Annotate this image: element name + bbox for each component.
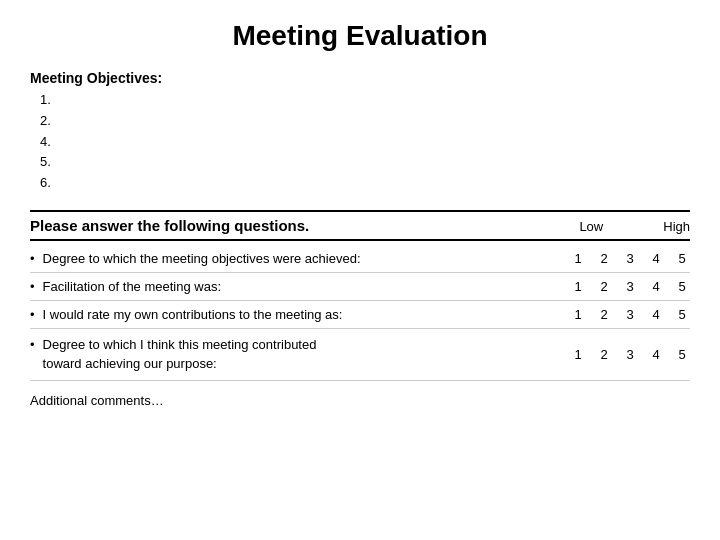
scale-3: 3 [622, 279, 638, 294]
scale-2: 2 [596, 307, 612, 322]
scale-1: 1 [570, 347, 586, 362]
bullet-icon: • [30, 279, 35, 294]
list-item: 2. [40, 111, 690, 132]
objectives-list: 1. 2. 4. 5. 6. [30, 90, 690, 194]
question-row: • Degree to which I think this meeting c… [30, 329, 690, 381]
objectives-section: Meeting Objectives: 1. 2. 4. 5. 6. [30, 70, 690, 194]
question-row: • I would rate my own contributions to t… [30, 301, 690, 329]
question-text: Facilitation of the meeting was: [43, 279, 560, 294]
question-line1: Degree to which I think this meeting con… [43, 337, 317, 352]
bullet-icon: • [30, 307, 35, 322]
scale-4: 4 [648, 347, 664, 362]
question-text: I would rate my own contributions to the… [43, 307, 560, 322]
question-text: Degree to which the meeting objectives w… [43, 251, 560, 266]
list-item: 4. [40, 132, 690, 153]
list-item: 6. [40, 173, 690, 194]
question-row: • Facilitation of the meeting was: 1 2 3… [30, 273, 690, 301]
question-row: • Degree to which the meeting objectives… [30, 245, 690, 273]
scale-5: 5 [674, 307, 690, 322]
list-item: 1. [40, 90, 690, 111]
page-title: Meeting Evaluation [30, 20, 690, 52]
scale-5: 5 [674, 251, 690, 266]
scale-1: 1 [570, 279, 586, 294]
scale-numbers: 1 2 3 4 5 [570, 251, 690, 266]
scale-numbers: 1 2 3 4 5 [570, 307, 690, 322]
scale-4: 4 [648, 279, 664, 294]
question-line2: toward achieving our purpose: [43, 356, 217, 371]
scale-numbers: 1 2 3 4 5 [570, 279, 690, 294]
scale-1: 1 [570, 251, 586, 266]
list-item: 5. [40, 152, 690, 173]
bullet-icon: • [30, 337, 35, 352]
questions-header-label: Please answer the following questions. [30, 217, 309, 234]
question-text-multi: Degree to which I think this meeting con… [43, 335, 560, 374]
scale-4: 4 [648, 251, 664, 266]
page: Meeting Evaluation Meeting Objectives: 1… [0, 0, 720, 540]
scale-5: 5 [674, 279, 690, 294]
scale-low-label: Low [579, 219, 603, 234]
scale-2: 2 [596, 279, 612, 294]
scale-5: 5 [674, 347, 690, 362]
scale-4: 4 [648, 307, 664, 322]
scale-3: 3 [622, 307, 638, 322]
scale-high-label: High [663, 219, 690, 234]
scale-1: 1 [570, 307, 586, 322]
additional-comments: Additional comments… [30, 381, 690, 408]
scale-3: 3 [622, 347, 638, 362]
scale-labels: Low High [579, 219, 690, 234]
bullet-icon: • [30, 251, 35, 266]
scale-2: 2 [596, 347, 612, 362]
scale-2: 2 [596, 251, 612, 266]
scale-numbers: 1 2 3 4 5 [570, 347, 690, 362]
scale-3: 3 [622, 251, 638, 266]
objectives-title: Meeting Objectives: [30, 70, 690, 86]
questions-header: Please answer the following questions. L… [30, 210, 690, 241]
